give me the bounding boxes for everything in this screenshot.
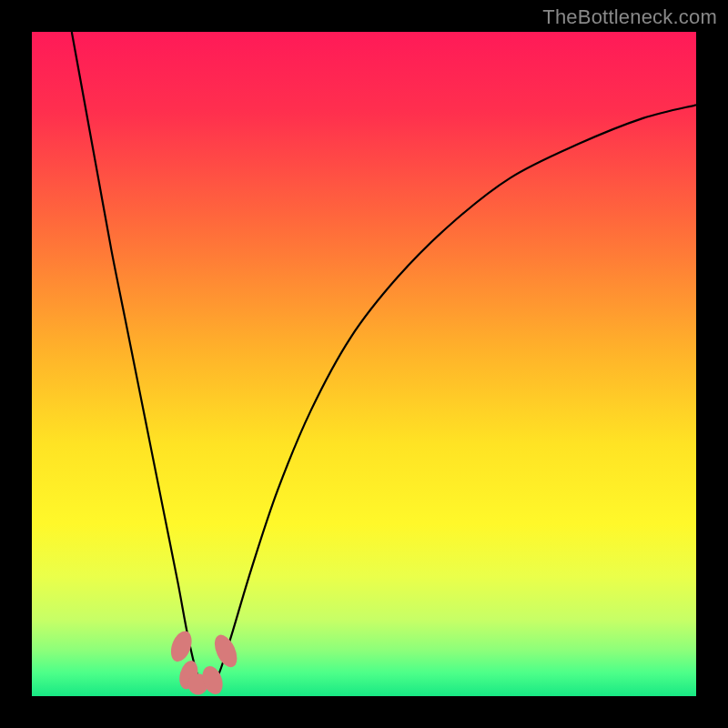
plot-area — [32, 32, 696, 696]
trough-marker — [167, 628, 196, 664]
watermark-text: TheBottleneck.com — [542, 5, 717, 29]
bottleneck-curve — [72, 32, 696, 686]
trough-marker — [210, 632, 242, 671]
curve-layer — [32, 32, 696, 696]
outer-frame: TheBottleneck.com — [0, 0, 728, 728]
